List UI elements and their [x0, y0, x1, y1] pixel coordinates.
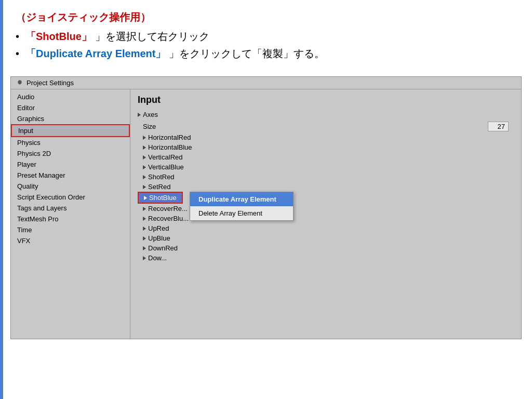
left-accent-bar	[0, 0, 3, 399]
axes-item-label: VerticalRed	[148, 153, 182, 161]
axes-item-label: SetRed	[148, 183, 170, 191]
gear-icon	[16, 79, 23, 87]
item-triangle-icon	[143, 165, 146, 169]
sidebar-item-tags-and-layers[interactable]: Tags and Layers	[11, 203, 130, 214]
axes-item-label: Dow...	[148, 254, 167, 262]
axes-item-verticalred[interactable]: VerticalRed	[138, 152, 514, 162]
instruction-list: 「ShotBlue」」を選択して右クリック 「Duplicate Array E…	[16, 30, 516, 61]
axes-item-label: ShotRed	[148, 173, 175, 181]
window-titlebar: Project Settings	[11, 77, 521, 89]
sidebar: Audio Editor Graphics Input Physics Phys…	[11, 89, 130, 339]
item-triangle-icon	[143, 136, 146, 140]
sidebar-item-physics[interactable]: Physics	[11, 137, 130, 148]
item-triangle-icon	[143, 217, 146, 221]
bullet1-highlight: 「ShotBlue」	[25, 30, 92, 44]
context-menu-item-duplicate[interactable]: Duplicate Array Element	[190, 192, 293, 206]
axes-item-verticalblue[interactable]: VerticalBlue	[138, 162, 514, 172]
axes-item-downred[interactable]: DownRed	[138, 243, 514, 253]
content-panel: Input Axes Size 27 HorizontalRed Horizon…	[130, 89, 521, 339]
axes-item-label: UpBlue	[148, 234, 170, 242]
item-triangle-icon	[143, 227, 146, 231]
bullet2-text: 」をクリックして「複製」する。	[169, 47, 325, 61]
bullet1-text: 」を選択して右クリック	[95, 30, 209, 44]
sidebar-item-player[interactable]: Player	[11, 159, 130, 170]
sidebar-item-audio[interactable]: Audio	[11, 91, 130, 102]
axes-item-label: DownRed	[148, 244, 178, 252]
axes-triangle-icon	[138, 113, 141, 117]
axes-item-horizontalred[interactable]: HorizontalRed	[138, 132, 514, 142]
axes-item-label: RecoverBlu...	[148, 215, 189, 222]
axes-item-shotred[interactable]: ShotRed	[138, 172, 514, 182]
axes-item-label: ShotBlue	[149, 194, 177, 202]
axes-item-label: RecoverRe...	[148, 205, 188, 212]
size-label: Size	[143, 123, 488, 130]
sidebar-item-textmesh-pro[interactable]: TextMesh Pro	[11, 214, 130, 224]
axes-label: Axes	[138, 111, 514, 118]
instructions-section: （ジョイスティック操作用） 「ShotBlue」」を選択して右クリック 「Dup…	[0, 0, 532, 72]
sidebar-item-preset-manager[interactable]: Preset Manager	[11, 170, 130, 181]
bullet2-highlight: 「Duplicate Array Element」	[25, 47, 166, 61]
axes-item-shotblue[interactable]: ShotBlue	[138, 192, 183, 204]
axes-item-label: HorizontalBlue	[148, 143, 192, 151]
axes-item-setred[interactable]: SetRed	[138, 182, 514, 192]
sidebar-item-physics2d[interactable]: Physics 2D	[11, 148, 130, 159]
sidebar-item-input[interactable]: Input	[11, 124, 130, 137]
item-triangle-icon	[143, 185, 146, 189]
axes-item-label: UpRed	[148, 224, 169, 232]
content-title: Input	[138, 95, 514, 105]
sidebar-item-time[interactable]: Time	[11, 224, 130, 235]
axes-item-upred[interactable]: UpRed	[138, 223, 514, 233]
context-menu: Duplicate Array Element Delete Array Ele…	[190, 192, 294, 221]
window-title: Project Settings	[26, 79, 74, 87]
instruction-item-1: 「ShotBlue」」を選択して右クリック	[16, 30, 516, 44]
unity-window: Project Settings Audio Editor Graphics I…	[10, 76, 522, 339]
sidebar-item-script-execution-order[interactable]: Script Execution Order	[11, 192, 130, 203]
item-triangle-icon	[143, 155, 146, 159]
sidebar-item-graphics[interactable]: Graphics	[11, 113, 130, 124]
axes-item-label: VerticalBlue	[148, 163, 184, 171]
sidebar-item-editor[interactable]: Editor	[11, 102, 130, 113]
axes-item-upblue[interactable]: UpBlue	[138, 233, 514, 243]
instruction-item-2: 「Duplicate Array Element」」をクリックして「複製」する。	[16, 47, 516, 61]
item-triangle-icon	[143, 207, 146, 211]
axes-text: Axes	[143, 111, 158, 118]
sidebar-item-quality[interactable]: Quality	[11, 181, 130, 192]
sidebar-item-vfx[interactable]: VFX	[11, 235, 130, 246]
size-row: Size 27	[138, 121, 514, 132]
size-value: 27	[488, 122, 509, 131]
item-triangle-icon	[143, 145, 146, 150]
window-body: Audio Editor Graphics Input Physics Phys…	[11, 89, 521, 339]
shotblue-row-container: ShotBlue Duplicate Array Element Delete …	[138, 192, 183, 204]
item-triangle-icon	[143, 175, 146, 179]
context-menu-item-delete[interactable]: Delete Array Element	[190, 206, 293, 220]
item-triangle-icon	[143, 236, 146, 241]
joystick-label: （ジョイスティック操作用）	[16, 10, 516, 24]
axes-item-horizontalblue[interactable]: HorizontalBlue	[138, 142, 514, 152]
axes-item-downblu[interactable]: Dow...	[138, 253, 514, 263]
item-triangle-icon	[143, 246, 146, 250]
item-triangle-icon	[143, 256, 146, 260]
item-triangle-icon	[144, 196, 147, 200]
axes-item-label: HorizontalRed	[148, 134, 191, 141]
